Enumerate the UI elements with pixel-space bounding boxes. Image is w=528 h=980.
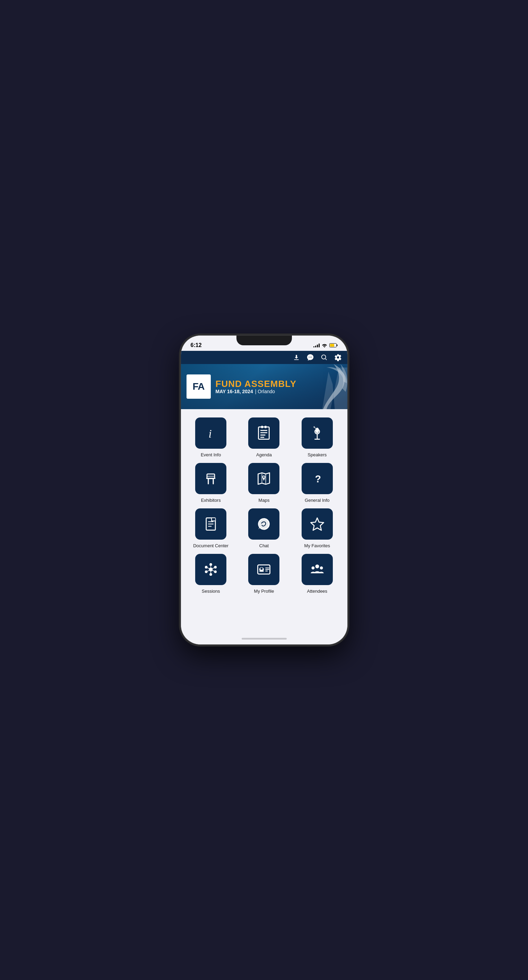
maps-label: Maps xyxy=(258,498,270,503)
my-profile-icon-box xyxy=(248,554,279,585)
sessions-icon-box xyxy=(195,554,227,585)
my-favorites-label: My Favorites xyxy=(304,543,330,548)
svg-rect-12 xyxy=(262,426,263,428)
svg-rect-2 xyxy=(330,344,334,347)
document-center-label: Document Center xyxy=(193,543,228,548)
attendees-label: Attendees xyxy=(307,589,328,594)
app-toolbar xyxy=(181,351,347,364)
menu-item-agenda[interactable]: Agenda xyxy=(241,417,287,457)
settings-toolbar-icon[interactable] xyxy=(334,354,342,361)
svg-rect-23 xyxy=(213,479,214,484)
svg-point-29 xyxy=(263,476,265,477)
my-profile-label: My Profile xyxy=(254,589,274,594)
status-time: 6:12 xyxy=(191,342,202,348)
menu-item-my-profile[interactable]: My Profile xyxy=(241,554,287,594)
signal-bars-icon xyxy=(313,343,320,347)
speakers-label: Speakers xyxy=(308,452,327,457)
status-bar: 6:12 xyxy=(181,336,347,351)
speakers-icon-box xyxy=(301,417,333,449)
exhibitors-label: Exhibitors xyxy=(201,498,221,503)
chat-icon-box xyxy=(248,508,279,539)
menu-item-event-info[interactable]: i Event Info xyxy=(188,417,234,457)
menu-item-maps[interactable]: Maps xyxy=(241,463,287,503)
menu-item-sessions[interactable]: Sessions xyxy=(188,554,234,594)
svg-point-41 xyxy=(214,571,217,573)
agenda-icon xyxy=(256,425,271,441)
exhibitors-icon-box xyxy=(195,463,227,494)
menu-item-attendees[interactable]: Attendees xyxy=(294,554,340,594)
phone-frame: 6:12 xyxy=(181,336,347,644)
download-icon[interactable] xyxy=(293,354,300,361)
phone-screen: 6:12 xyxy=(181,336,347,644)
svg-point-38 xyxy=(205,566,208,569)
menu-grid: i Event Info xyxy=(188,417,341,594)
chat-label: Chat xyxy=(259,543,269,548)
svg-marker-36 xyxy=(311,518,323,530)
general-info-icon-box: ? xyxy=(301,463,333,494)
agenda-label: Agenda xyxy=(256,452,272,457)
menu-item-document-center[interactable]: Document Center xyxy=(188,508,234,548)
svg-text:?: ? xyxy=(315,473,321,484)
svg-point-4 xyxy=(309,357,310,358)
menu-item-my-favorites[interactable]: My Favorites xyxy=(294,508,340,548)
signal-bar-3 xyxy=(317,345,318,347)
svg-rect-13 xyxy=(265,426,267,428)
signal-bar-1 xyxy=(313,346,314,347)
document-center-icon-box xyxy=(195,508,227,539)
svg-line-47 xyxy=(212,568,214,568)
chat-icon xyxy=(256,516,271,531)
map-icon xyxy=(256,471,271,486)
event-title: FUND ASSEMBLY xyxy=(216,379,297,389)
search-toolbar-icon[interactable] xyxy=(320,354,328,361)
home-bar xyxy=(242,638,287,640)
wifi-icon xyxy=(322,343,327,347)
my-favorites-icon-box xyxy=(301,508,333,539)
sessions-icon xyxy=(203,562,219,577)
event-location: | Orlando xyxy=(255,389,275,394)
svg-point-52 xyxy=(261,568,263,570)
svg-rect-22 xyxy=(208,479,209,484)
event-logo: FA xyxy=(187,374,211,399)
menu-item-exhibitors[interactable]: Exhibitors xyxy=(188,463,234,503)
main-content: i Event Info xyxy=(181,409,347,633)
svg-point-20 xyxy=(313,426,315,428)
svg-point-40 xyxy=(205,571,208,573)
question-icon: ? xyxy=(309,471,325,486)
menu-item-speakers[interactable]: Speakers xyxy=(294,417,340,457)
status-icons xyxy=(313,343,338,347)
svg-text:i: i xyxy=(209,428,212,440)
maps-icon-box xyxy=(248,463,279,494)
svg-point-56 xyxy=(315,565,319,568)
general-info-label: General Info xyxy=(305,498,330,503)
document-icon xyxy=(203,516,219,531)
profile-icon xyxy=(256,562,271,577)
svg-point-37 xyxy=(209,568,213,571)
svg-point-42 xyxy=(209,563,212,566)
svg-point-39 xyxy=(214,566,217,569)
svg-line-49 xyxy=(212,571,214,571)
menu-item-chat[interactable]: Chat xyxy=(241,508,287,548)
menu-item-general-info[interactable]: ? General Info xyxy=(294,463,340,503)
svg-point-57 xyxy=(311,566,314,570)
svg-line-48 xyxy=(207,571,209,571)
event-date: MAY 16-18, 2024 xyxy=(216,389,253,394)
attendees-icon-box xyxy=(301,554,333,585)
signal-bar-4 xyxy=(319,344,320,347)
agenda-icon-box xyxy=(248,417,279,449)
microphone-icon xyxy=(309,425,325,441)
star-icon xyxy=(309,516,325,531)
svg-rect-1 xyxy=(337,345,337,346)
sessions-label: Sessions xyxy=(202,589,220,594)
palm-decoration xyxy=(299,364,347,409)
signal-bar-2 xyxy=(315,346,316,347)
hero-text-block: FUND ASSEMBLY MAY 16-18, 2024 | Orlando xyxy=(216,379,297,395)
chat-bubble-toolbar-icon[interactable] xyxy=(306,354,314,361)
battery-icon xyxy=(329,343,338,347)
svg-point-3 xyxy=(309,357,309,358)
event-info-label: Event Info xyxy=(201,452,221,457)
exhibitors-icon xyxy=(203,471,219,486)
logo-letters: FA xyxy=(193,381,205,392)
svg-point-43 xyxy=(209,573,212,576)
svg-line-46 xyxy=(207,568,209,568)
svg-point-5 xyxy=(311,357,312,358)
